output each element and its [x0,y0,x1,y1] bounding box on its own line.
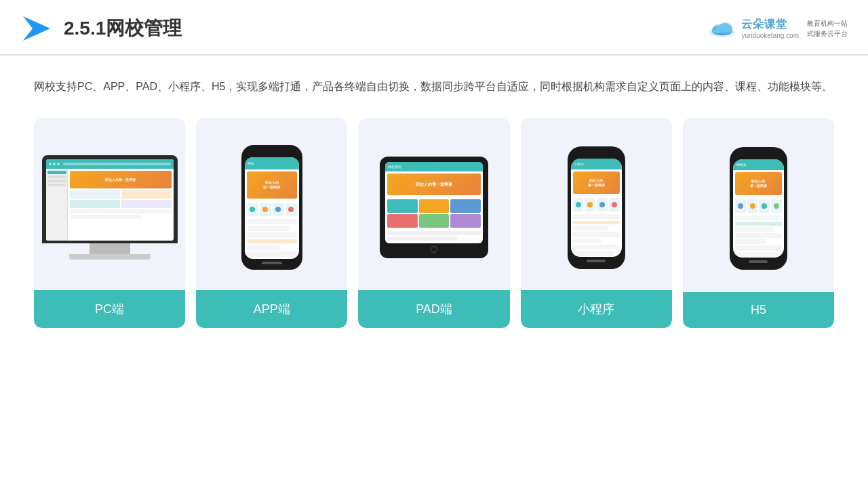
card-h5-label: H5 [683,292,834,328]
mini-phone-bottom-mini [587,260,606,262]
page-title: 2.5.1网校管理 [64,16,182,41]
phone-mockup-h5: H5网页 职达人的第一堂网课 [730,147,787,270]
mini-phone-outer-mini: 小程序 职达人的第一堂网课 [568,146,625,269]
header: 2.5.1网校管理 云朵课堂 yunduoketang.com [0,0,868,56]
card-app: 网校 职达人的第一堂网课 [196,118,347,328]
card-pc: 职达人的第一堂网课 [34,118,185,328]
card-h5-image: H5网页 职达人的第一堂网课 [683,118,834,292]
card-miniprogram: 小程序 职达人的第一堂网课 [521,118,672,328]
mini-phone-notch-mini [588,153,604,157]
pc-mockup: 职达人的第一堂网课 [42,155,178,260]
mini-phone-bottom-h5 [749,260,768,263]
card-pc-image: 职达人的第一堂网课 [34,118,185,290]
brand-text: 云朵课堂 yunduoketang.com [741,18,799,39]
svg-marker-0 [23,16,50,41]
mini-phone-screen-h5: H5网页 职达人的第一堂网课 [733,159,784,258]
brand-slogan: 教育机构一站式服务云平台 [807,18,848,39]
cards-container: 职达人的第一堂网课 [34,118,834,328]
card-h5: H5网页 职达人的第一堂网课 [683,118,834,328]
pc-stand [90,243,130,254]
pc-base [69,254,151,260]
card-pc-label: PC端 [34,290,185,328]
brand-url: yunduoketang.com [741,32,799,39]
card-miniprogram-image: 小程序 职达人的第一堂网课 [521,118,672,290]
mini-phone-screen-mini: 小程序 职达人的第一堂网课 [571,159,622,257]
pad-screen: 网校课程 职达人的第一堂网课 [385,162,483,243]
brand-logo: 云朵课堂 yunduoketang.com 教育机构一站式服务云平台 [707,18,848,39]
mini-phone-notch-h5 [750,154,766,157]
card-pad: 网校课程 职达人的第一堂网课 [358,118,509,328]
phone-outer-app: 网校 职达人的第一堂网课 [241,145,302,270]
pc-screen-outer: 职达人的第一堂网课 [42,155,178,243]
cloud-icon [707,18,737,39]
logo-arrow-icon [20,12,53,45]
pad-outer: 网校课程 职达人的第一堂网课 [380,157,488,258]
page-title-text: 网校管理 [106,18,182,39]
content: 网校支持PC、APP、PAD、小程序、H5，实现多端打通，产品各终端自由切换，数… [0,56,868,342]
card-pad-image: 网校课程 职达人的第一堂网课 [358,118,509,290]
pc-screen-inner: 职达人的第一堂网课 [46,159,174,241]
phone-screen-app: 网校 职达人的第一堂网课 [245,157,299,259]
card-pad-label: PAD端 [358,290,509,328]
phone-mockup-app: 网校 职达人的第一堂网课 [241,145,302,270]
phone-home-bar-app [262,262,282,264]
phone-mockup-mini: 小程序 职达人的第一堂网课 [568,146,625,269]
brand-name: 云朵课堂 [741,18,799,32]
header-left: 2.5.1网校管理 [20,12,182,45]
pad-home-circle [431,246,437,253]
header-right: 云朵课堂 yunduoketang.com 教育机构一站式服务云平台 [707,18,848,39]
card-app-image: 网校 职达人的第一堂网课 [196,118,347,290]
page-title-num: 2.5.1 [64,18,106,39]
pad-mockup: 网校课程 职达人的第一堂网课 [380,157,488,258]
card-miniprogram-label: 小程序 [521,290,672,328]
mini-phone-outer-h5: H5网页 职达人的第一堂网课 [730,147,787,270]
card-app-label: APP端 [196,290,347,328]
phone-notch-app [262,150,281,155]
description: 网校支持PC、APP、PAD、小程序、H5，实现多端打通，产品各终端自由切换，数… [34,76,834,98]
